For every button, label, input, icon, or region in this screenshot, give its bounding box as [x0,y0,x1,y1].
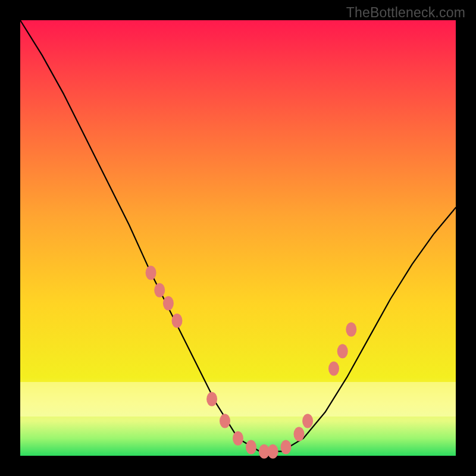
marker-dot [281,440,292,454]
marker-dot [337,344,348,358]
marker-dot [302,414,313,428]
marker-dot [246,440,256,454]
marker-dot [146,266,156,280]
attribution-label: TheBottleneck.com [346,5,465,21]
chart-frame: TheBottleneck.com [0,0,476,476]
curve-layer [20,20,456,456]
plot-area [20,20,456,456]
marker-dot [346,322,356,337]
marker-dot [154,283,165,298]
marker-dot [328,362,339,376]
marker-dot [163,296,174,311]
marker-dot [233,431,243,446]
marker-dot [268,444,278,459]
marker-dot [294,427,305,441]
marker-dot [206,392,217,406]
marker-dot [220,414,230,428]
main-curve [20,20,456,452]
marker-group [146,266,357,459]
marker-dot [172,314,183,328]
